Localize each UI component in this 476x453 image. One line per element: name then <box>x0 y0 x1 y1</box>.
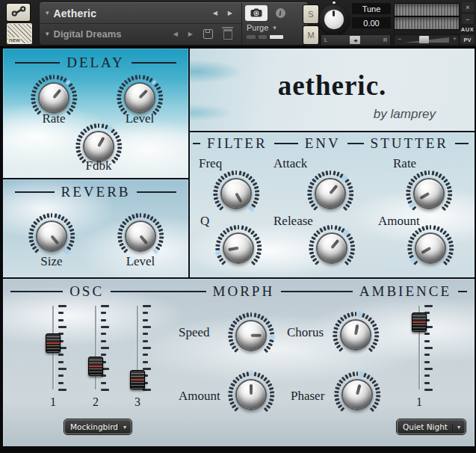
divider-line <box>10 291 63 292</box>
osc-slider-3[interactable]: 3 <box>127 306 154 389</box>
osc-slider-2-label: 2 <box>85 395 106 409</box>
tune-value[interactable]: 0.00 <box>352 17 391 28</box>
knob-face <box>235 320 267 351</box>
stutter-amount-knob[interactable] <box>407 225 454 271</box>
morph-speed-knob[interactable] <box>228 312 274 359</box>
filter-q-label: Q <box>200 214 209 229</box>
stutter-rate-knob[interactable] <box>406 170 452 217</box>
chevron-down-icon: ▾ <box>273 25 276 31</box>
filter-freq-knob[interactable] <box>213 170 259 217</box>
indicator-bar <box>270 35 283 39</box>
next-patch-arrow[interactable]: ▶ <box>185 31 196 37</box>
memory-indicator <box>245 35 305 39</box>
wrench-button[interactable] <box>6 3 31 22</box>
knob-face <box>125 221 156 252</box>
osc-slider-2[interactable]: 2 <box>85 306 112 389</box>
tab-performance-view[interactable] <box>245 5 268 21</box>
divider-line <box>15 62 60 64</box>
knob-pointer <box>50 235 59 245</box>
ambience-preset-value: Quiet Night <box>398 422 452 431</box>
divider-line <box>347 143 364 144</box>
prev-patch-arrow[interactable]: ◀ <box>170 31 181 37</box>
slider-ticks <box>101 306 110 389</box>
knob-pointer <box>329 185 338 194</box>
close-button[interactable]: × <box>462 2 474 12</box>
delay-section: DELAY Rate Level Fdbk <box>2 48 189 179</box>
tune-led <box>333 1 336 4</box>
next-instrument-arrow[interactable]: ▶ <box>225 10 235 16</box>
divider-line <box>15 191 55 193</box>
slider-handle[interactable] <box>412 312 427 332</box>
indicator-bar <box>259 35 267 39</box>
pan-left-label: L <box>324 37 327 43</box>
knob-pointer <box>251 334 262 337</box>
chevron-down-icon: ▾ <box>118 424 131 431</box>
phaser-label: Phaser <box>291 389 324 404</box>
knob-pointer <box>354 324 359 335</box>
instrument-name[interactable]: Aetheric <box>54 7 97 19</box>
tune-knob[interactable] <box>319 4 349 34</box>
filter-q-knob[interactable] <box>215 225 262 271</box>
level-meter-right <box>394 16 460 30</box>
env-release-knob[interactable] <box>309 225 355 271</box>
delay-section-title: DELAY <box>67 55 125 71</box>
slider-handle[interactable] <box>46 333 61 353</box>
prev-instrument-arrow[interactable]: ◀ <box>210 10 220 16</box>
env-section-title: ENV <box>305 135 341 152</box>
minimize-button[interactable]: − <box>462 14 474 24</box>
tune-knob-cap <box>324 10 344 29</box>
pan-right-label: R <box>383 37 387 43</box>
level-meter-left <box>394 3 460 16</box>
filter-env-stutter-section: FILTER ENV STUTTER Freq Attack Rate Q Re… <box>189 132 475 278</box>
knob-face <box>415 232 446 264</box>
new-instrument-button[interactable]: new <box>6 22 33 45</box>
mute-button[interactable]: M <box>303 25 319 45</box>
reverb-section-title: REVERB <box>61 184 131 200</box>
reverb-level-label: Level <box>114 254 167 269</box>
pan-handle[interactable]: ◂|▸ <box>350 36 360 44</box>
knob-pointer <box>97 137 105 147</box>
phaser-knob[interactable] <box>334 372 380 418</box>
pv-button[interactable]: PV <box>460 35 475 44</box>
byline: by lamprey <box>374 107 436 122</box>
solo-button[interactable]: S <box>303 4 319 24</box>
tab-info[interactable]: i <box>269 5 291 21</box>
slider-track <box>95 306 96 389</box>
pan-slider[interactable]: L ◂|▸ R <box>321 34 391 46</box>
osc-preset-value: Mockingbird <box>65 422 118 431</box>
reverb-level-knob[interactable] <box>117 213 164 259</box>
instrument-header-box: ▾ Aetheric ◀ ▶ ▾ Digital Dreams ◀ ▶ <box>40 2 308 45</box>
purge-menu[interactable]: Purge ▾ <box>245 23 305 32</box>
slider-handle[interactable] <box>130 370 145 389</box>
chorus-label: Chorus <box>287 325 324 340</box>
chorus-knob[interactable] <box>333 312 379 358</box>
knob-pointer <box>330 239 339 249</box>
volume-plus-label: + <box>453 35 457 43</box>
save-icon[interactable] <box>203 29 213 39</box>
trash-icon[interactable] <box>223 29 232 40</box>
ambience-slider[interactable]: 1 <box>409 306 436 389</box>
volume-handle[interactable] <box>419 36 429 43</box>
tune-label: Tune <box>352 3 391 14</box>
morph-amount-knob[interactable] <box>228 372 274 418</box>
knob-face <box>223 232 254 264</box>
footer-strip <box>0 446 476 453</box>
stutter-rate-label: Rate <box>393 156 416 171</box>
aux-button[interactable]: AUX <box>459 26 476 33</box>
slider-handle[interactable] <box>88 357 103 376</box>
chevron-down-icon: ▾ <box>452 424 465 431</box>
camera-icon <box>250 7 262 20</box>
osc-slider-1[interactable]: 1 <box>43 306 69 389</box>
wrench-icon <box>11 6 26 19</box>
osc-preset-dropdown[interactable]: Mockingbird ▾ <box>64 419 132 434</box>
chevron-down-icon[interactable]: ▾ <box>46 10 49 16</box>
patch-name[interactable]: Digital Dreams <box>54 28 122 40</box>
volume-slider[interactable]: − + <box>394 34 460 46</box>
divider-line <box>458 291 467 292</box>
knob-pointer <box>139 90 148 99</box>
ambience-preset-dropdown[interactable]: Quiet Night ▾ <box>397 419 466 434</box>
knob-face <box>235 379 267 410</box>
reverb-size-knob[interactable] <box>28 213 75 259</box>
chevron-down-icon[interactable]: ▾ <box>46 31 49 37</box>
env-attack-knob[interactable] <box>307 170 353 217</box>
